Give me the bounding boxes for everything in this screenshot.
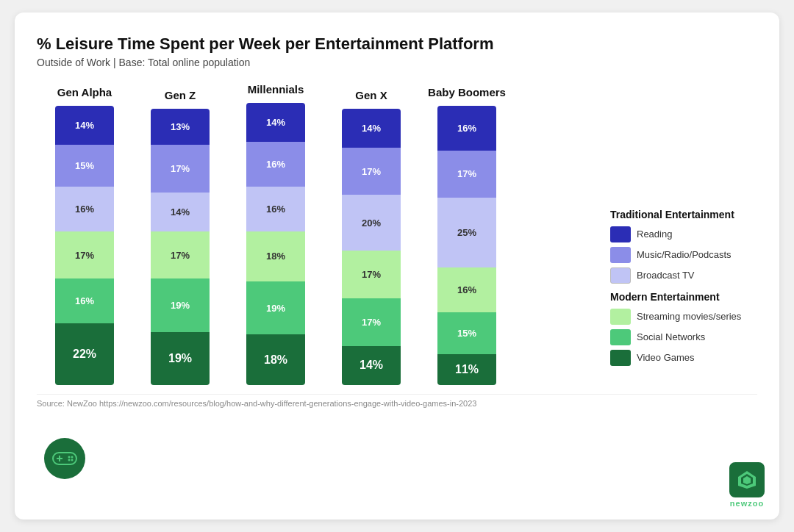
bar-segment-label: 14% (75, 120, 94, 131)
bar-segment-music: 17% (342, 148, 401, 195)
bar-segment-label: 18% (266, 251, 285, 262)
bar-segment-games: 22% (55, 323, 114, 385)
bar-segment-label: 15% (457, 328, 476, 339)
bar-container: 16%17%25%16%15%11% (437, 106, 496, 385)
bar-group-label: Gen X (355, 89, 387, 101)
bar-segment-music: 17% (151, 145, 210, 193)
bar-segment-label: 16% (457, 284, 476, 295)
legend-label: Video Games (637, 352, 695, 363)
bar-segment-games: 18% (246, 334, 305, 384)
bar-segment-label: 16% (457, 123, 476, 134)
bar-segment-label: 17% (457, 168, 476, 179)
legend-section: Traditional Entertainment ReadingMusic/R… (596, 201, 757, 385)
bar-segment-music: 17% (437, 151, 496, 198)
bar-segment-games: 19% (151, 332, 210, 385)
bar-segment-reading: 14% (246, 103, 305, 142)
bar-segment-label: 19% (266, 303, 285, 314)
legend-swatch-music (610, 247, 631, 263)
bar-segment-reading: 14% (342, 109, 401, 148)
bar-segment-games: 11% (437, 354, 496, 385)
bar-segment-streaming: 17% (55, 231, 114, 279)
bar-group-label: Gen Alpha (57, 86, 112, 98)
legend-label: Reading (637, 229, 672, 240)
bar-segment-label: 18% (264, 353, 287, 367)
svg-point-6 (71, 456, 74, 459)
chart-subtitle: Outside of Work | Base: Total online pop… (37, 57, 757, 68)
bar-segment-label: 17% (171, 250, 190, 261)
bar-segment-label: 14% (266, 117, 285, 128)
bar-segment-label: 17% (171, 163, 190, 174)
bar-segment-label: 16% (75, 204, 94, 215)
bar-segment-label: 17% (75, 250, 94, 261)
legend-modern-title: Modern Entertainment (610, 291, 757, 303)
bar-segment-tv: 20% (342, 195, 401, 251)
bar-segment-label: 17% (362, 166, 381, 177)
logo-area: newzoo (729, 462, 765, 508)
bar-segment-label: 11% (455, 363, 479, 376)
bar-segment-tv: 14% (151, 193, 210, 231)
legend-swatch-reading (610, 226, 631, 242)
bar-group-baby-boomers: Baby Boomers16%17%25%16%15%11% (419, 86, 515, 385)
bar-container: 14%16%16%18%19%18% (246, 103, 305, 385)
gamepad-icon (51, 449, 78, 468)
bar-segment-label: 19% (171, 300, 190, 311)
legend-label: Social Networks (637, 331, 705, 342)
game-icon-area (44, 438, 85, 479)
legend-label: Streaming movies/series (637, 311, 741, 322)
bar-segment-label: 14% (360, 359, 383, 372)
svg-point-3 (68, 456, 71, 459)
bar-segment-label: 16% (75, 295, 94, 306)
bar-segment-music: 15% (55, 145, 114, 187)
bar-segment-streaming: 16% (437, 267, 496, 312)
legend-item-reading: Reading (610, 226, 757, 242)
legend-traditional: ReadingMusic/Radio/PodcastsBroadcast TV (610, 226, 757, 284)
bar-group-label: Millennials (248, 83, 304, 96)
legend-modern: Streaming movies/seriesSocial NetworksVi… (610, 309, 757, 366)
bar-segment-games: 14% (342, 346, 401, 385)
legend-swatch-tv (610, 267, 631, 284)
bar-segment-reading: 14% (55, 106, 114, 145)
bar-container: 14%15%16%17%16%22% (55, 106, 114, 385)
legend-label: Music/Radio/Podcasts (637, 249, 732, 260)
chart-area: Gen Alpha14%15%16%17%16%22%Gen Z13%17%14… (37, 83, 757, 385)
legend-item-games: Video Games (610, 350, 757, 366)
bar-segment-label: 19% (168, 352, 192, 365)
legend-swatch-streaming (610, 309, 631, 325)
legend-item-music: Music/Radio/Podcasts (610, 247, 757, 263)
bar-segment-label: 14% (362, 123, 381, 134)
source-text: Source: NewZoo https://newzoo.com/resour… (37, 394, 757, 408)
bar-segment-label: 16% (266, 159, 285, 170)
logo-circle (729, 462, 765, 497)
bars-section: Gen Alpha14%15%16%17%16%22%Gen Z13%17%14… (37, 83, 596, 385)
bar-segment-streaming: 17% (151, 231, 210, 279)
bar-segment-tv: 25% (437, 198, 496, 267)
bar-group-gen-z: Gen Z13%17%14%17%19%19% (132, 89, 228, 385)
bar-container: 14%17%20%17%17%14% (342, 109, 401, 385)
game-icon-circle (44, 438, 85, 479)
bar-segment-social: 19% (246, 281, 305, 334)
bar-segment-label: 17% (362, 269, 381, 280)
logo-text: newzoo (730, 499, 764, 508)
bar-segment-label: 14% (171, 206, 190, 218)
bar-segment-tv: 16% (55, 187, 114, 231)
legend-item-tv: Broadcast TV (610, 267, 757, 284)
bar-segment-label: 25% (457, 227, 476, 238)
bar-segment-tv: 16% (246, 187, 305, 231)
bar-segment-label: 15% (75, 160, 94, 171)
chart-title: % Leisure Time Spent per Week per Entert… (37, 35, 757, 54)
bar-segment-reading: 16% (437, 106, 496, 151)
newzoo-logo-icon (735, 468, 759, 492)
bar-segment-music: 16% (246, 142, 305, 187)
bar-segment-social: 16% (55, 278, 114, 323)
legend-item-streaming: Streaming movies/series (610, 309, 757, 325)
bar-segment-label: 17% (362, 317, 381, 328)
bar-group-label: Gen Z (165, 89, 196, 101)
legend-swatch-social (610, 329, 631, 345)
bar-group-millennials: Millennials14%16%16%18%19%18% (228, 83, 323, 385)
bar-container: 13%17%14%17%19%19% (151, 109, 210, 385)
legend-traditional-title: Traditional Entertainment (610, 209, 757, 220)
bar-segment-label: 22% (73, 348, 96, 361)
bar-segment-label: 16% (266, 204, 285, 215)
legend-label: Broadcast TV (637, 270, 695, 281)
bar-group-label: Baby Boomers (428, 86, 506, 98)
